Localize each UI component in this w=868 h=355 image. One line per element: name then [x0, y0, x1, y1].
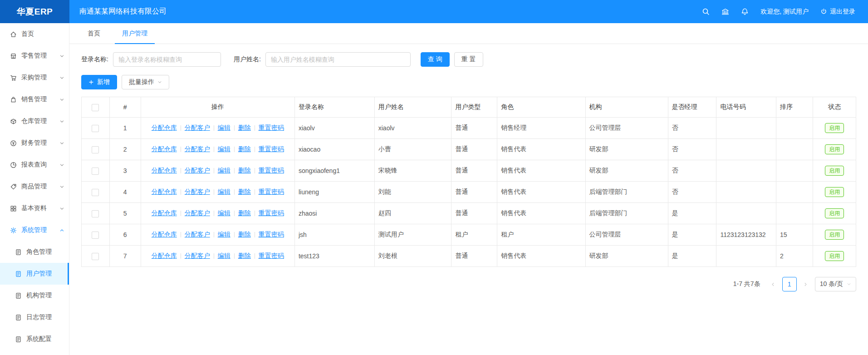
user-name-label: 用户姓名:	[234, 55, 261, 64]
cell-phone: 1123123123132	[716, 224, 776, 246]
page-size-select[interactable]: 10 条/页	[815, 277, 856, 291]
sidebar-subitem-user[interactable]: 用户管理	[0, 263, 69, 285]
reset-password-link[interactable]: 重置密码	[259, 252, 284, 259]
row-checkbox[interactable]	[92, 125, 99, 132]
assign-warehouse-link[interactable]: 分配仓库	[152, 252, 177, 259]
assign-warehouse-link[interactable]: 分配仓库	[152, 209, 177, 217]
tab-home[interactable]: 首页	[80, 23, 108, 44]
assign-warehouse-link[interactable]: 分配仓库	[152, 167, 177, 174]
search-icon[interactable]	[702, 8, 710, 15]
sidebar-subitem-org[interactable]: 机构管理	[0, 285, 69, 306]
delete-link[interactable]: 删除	[238, 145, 251, 153]
edit-link[interactable]: 编辑	[218, 167, 230, 174]
assign-customer-link[interactable]: 分配客户	[185, 231, 210, 238]
sidebar-item-warehouse[interactable]: 仓库管理	[0, 110, 69, 132]
page-1-button[interactable]: 1	[782, 277, 797, 291]
sidebar-item-finance[interactable]: 财务管理	[0, 132, 69, 154]
sidebar-item-goods[interactable]: 商品管理	[0, 176, 69, 197]
cell-row-number: 1	[109, 118, 141, 139]
sidebar-item-retail[interactable]: 零售管理	[0, 45, 69, 67]
edit-link[interactable]: 编辑	[218, 145, 230, 153]
assign-customer-link[interactable]: 分配客户	[185, 209, 210, 217]
edit-link[interactable]: 编辑	[218, 188, 230, 195]
delete-link[interactable]: 删除	[238, 167, 251, 174]
reset-password-link[interactable]: 重置密码	[259, 167, 284, 174]
table-row: 1分配仓库分配客户编辑删除重置密码xiaolvxiaolv普通销售经理公司管理层…	[82, 118, 856, 139]
building-icon[interactable]	[721, 8, 729, 15]
reset-password-link[interactable]: 重置密码	[259, 231, 284, 238]
delete-link[interactable]: 删除	[238, 124, 251, 131]
status-badge[interactable]: 启用	[825, 187, 844, 197]
cell-sort	[776, 203, 813, 224]
row-checkbox[interactable]	[92, 253, 99, 260]
prev-page-button[interactable]	[768, 279, 779, 290]
row-checkbox[interactable]	[92, 232, 99, 239]
row-checkbox[interactable]	[92, 168, 99, 175]
sidebar-item-report[interactable]: 报表查询	[0, 154, 69, 176]
assign-customer-link[interactable]: 分配客户	[185, 167, 210, 174]
sidebar-item-system[interactable]: 系统管理	[0, 219, 69, 241]
delete-link[interactable]: 删除	[238, 231, 251, 238]
user-name-input[interactable]	[265, 52, 411, 67]
row-checkbox[interactable]	[92, 146, 99, 153]
cell-is-manager: 是	[668, 224, 716, 246]
status-badge[interactable]: 启用	[825, 230, 844, 240]
status-badge[interactable]: 启用	[825, 123, 844, 133]
logout-button[interactable]: 退出登录	[820, 8, 855, 16]
sidebar-subitem-role[interactable]: 角色管理	[0, 241, 69, 263]
cell-role: 销售代表	[497, 182, 585, 203]
cell-phone	[716, 182, 776, 203]
vertical-divider	[214, 253, 214, 259]
edit-link[interactable]: 编辑	[218, 252, 230, 259]
edit-link[interactable]: 编辑	[218, 124, 230, 131]
cell-login-name: liuneng	[294, 182, 374, 203]
status-badge[interactable]: 启用	[825, 144, 844, 154]
delete-link[interactable]: 删除	[238, 252, 251, 259]
reset-password-link[interactable]: 重置密码	[259, 209, 284, 217]
row-checkbox[interactable]	[92, 210, 99, 217]
select-all-checkbox[interactable]	[92, 104, 99, 111]
assign-customer-link[interactable]: 分配客户	[185, 188, 210, 195]
assign-warehouse-link[interactable]: 分配仓库	[152, 145, 177, 153]
status-badge[interactable]: 启用	[825, 251, 844, 261]
reset-button[interactable]: 重 置	[454, 52, 483, 67]
assign-customer-link[interactable]: 分配客户	[185, 145, 210, 153]
reset-password-link[interactable]: 重置密码	[259, 145, 284, 153]
login-name-input[interactable]	[113, 52, 221, 67]
tab-user-management[interactable]: 用户管理	[115, 23, 155, 44]
status-badge[interactable]: 启用	[825, 166, 844, 176]
row-checkbox[interactable]	[92, 189, 99, 196]
query-button[interactable]: 查 询	[421, 52, 450, 67]
add-button[interactable]: 新增	[81, 75, 117, 89]
assign-customer-link[interactable]: 分配客户	[185, 252, 210, 259]
assign-warehouse-link[interactable]: 分配仓库	[152, 188, 177, 195]
app-logo[interactable]: 华夏ERP	[0, 0, 69, 23]
cell-user-name: xiaolv	[374, 118, 451, 139]
sidebar-item-sales[interactable]: 销售管理	[0, 89, 69, 110]
assign-customer-link[interactable]: 分配客户	[185, 124, 210, 131]
sidebar-item-home[interactable]: 首页	[0, 23, 69, 45]
cell-role: 销售经理	[497, 118, 585, 139]
next-page-button[interactable]	[800, 279, 811, 290]
delete-link[interactable]: 删除	[238, 188, 251, 195]
edit-link[interactable]: 编辑	[218, 231, 230, 238]
batch-operations-button[interactable]: 批量操作	[122, 75, 169, 89]
sidebar-item-purchase[interactable]: 采购管理	[0, 67, 69, 89]
doc-icon	[15, 292, 22, 299]
cell-role: 销售代表	[497, 139, 585, 160]
status-badge[interactable]: 启用	[825, 208, 844, 218]
sidebar-item-basic[interactable]: 基本资料	[0, 197, 69, 219]
cell-sort	[776, 182, 813, 203]
bell-icon[interactable]	[741, 8, 749, 15]
sidebar-subitem-config[interactable]: 系统配置	[0, 328, 69, 350]
edit-link[interactable]: 编辑	[218, 209, 230, 217]
sidebar-subitem-log[interactable]: 日志管理	[0, 306, 69, 328]
reset-password-link[interactable]: 重置密码	[259, 124, 284, 131]
reset-password-link[interactable]: 重置密码	[259, 188, 284, 195]
vertical-divider	[255, 125, 255, 131]
home-icon	[10, 31, 17, 38]
delete-link[interactable]: 删除	[238, 209, 251, 217]
assign-warehouse-link[interactable]: 分配仓库	[152, 231, 177, 238]
vertical-divider	[181, 211, 181, 216]
assign-warehouse-link[interactable]: 分配仓库	[152, 124, 177, 131]
